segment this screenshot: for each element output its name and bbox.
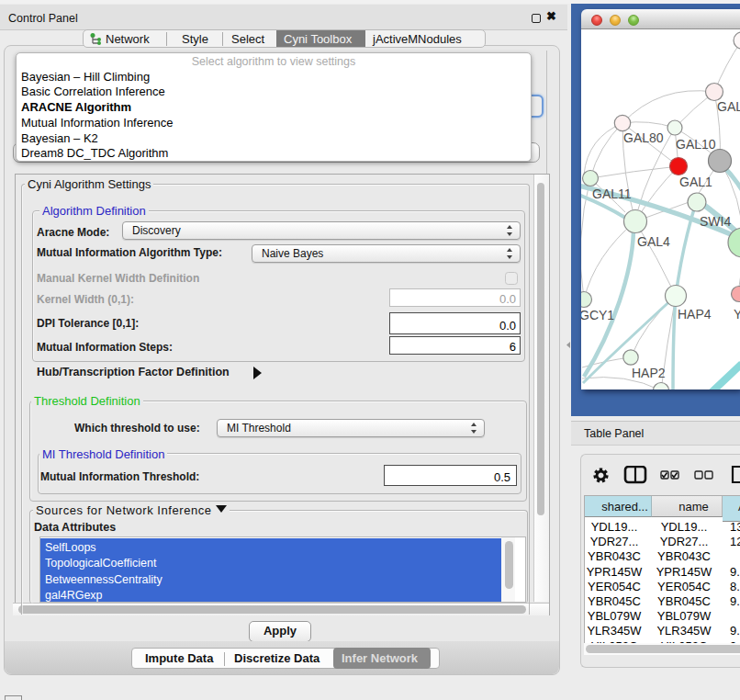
svg-text:HAP4: HAP4 (678, 307, 712, 322)
svg-text:GAL11: GAL11 (592, 186, 632, 201)
svg-text:GAL2: GAL2 (717, 99, 740, 114)
svg-text:GCY1: GCY1 (581, 308, 614, 322)
svg-text:GAL4: GAL4 (637, 234, 670, 249)
svg-text:HAP2: HAP2 (632, 366, 666, 380)
svg-text:Y: Y (734, 307, 740, 322)
svg-text:GAL80: GAL80 (623, 130, 664, 145)
svg-text:SWI4: SWI4 (700, 214, 731, 229)
svg-text:GAL1: GAL1 (679, 175, 712, 189)
svg-text:GAL10: GAL10 (676, 137, 716, 152)
